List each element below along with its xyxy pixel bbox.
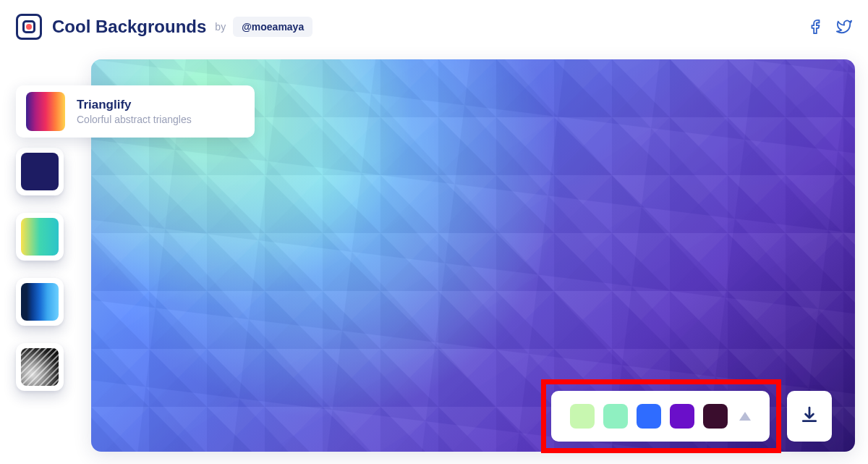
palette-swatch-2[interactable] <box>603 404 628 429</box>
generator-title: Trianglify <box>77 98 192 112</box>
preset-yellow-teal-swatch <box>21 218 59 256</box>
by-label: by <box>215 21 226 33</box>
download-button[interactable] <box>787 391 832 442</box>
preset-list <box>16 148 64 391</box>
generator-card-selected[interactable]: Trianglify Colorful abstract triangles <box>16 85 255 138</box>
generator-text: Trianglify Colorful abstract triangles <box>77 98 192 125</box>
palette-panel <box>551 391 770 442</box>
preset-navy[interactable] <box>16 148 64 195</box>
app-logo-dot <box>26 24 32 30</box>
header: Cool Backgrounds by @moeamaya <box>0 0 868 52</box>
preset-navy-swatch <box>21 153 59 190</box>
palette-swatch-5[interactable] <box>703 404 728 429</box>
preset-blue-stripes-swatch <box>21 283 59 321</box>
generator-subtitle: Colorful abstract triangles <box>77 114 192 125</box>
download-icon <box>800 405 819 427</box>
generator-thumb <box>26 92 65 131</box>
palette-swatch-3[interactable] <box>637 404 661 429</box>
preset-bw-swatch <box>21 348 59 386</box>
author-link[interactable]: @moeamaya <box>233 17 312 37</box>
palette-swatch-1[interactable] <box>570 404 595 429</box>
app-logo-inner <box>22 20 35 33</box>
chevron-up-icon[interactable] <box>739 412 751 421</box>
facebook-icon[interactable] <box>807 19 823 35</box>
app-title: Cool Backgrounds <box>52 17 206 37</box>
preset-bw[interactable] <box>16 343 64 391</box>
twitter-icon[interactable] <box>836 19 852 35</box>
palette-swatch-4[interactable] <box>670 404 694 429</box>
app-logo[interactable] <box>16 14 42 40</box>
preset-yellow-teal[interactable] <box>16 213 64 261</box>
preset-blue-stripes[interactable] <box>16 278 64 326</box>
